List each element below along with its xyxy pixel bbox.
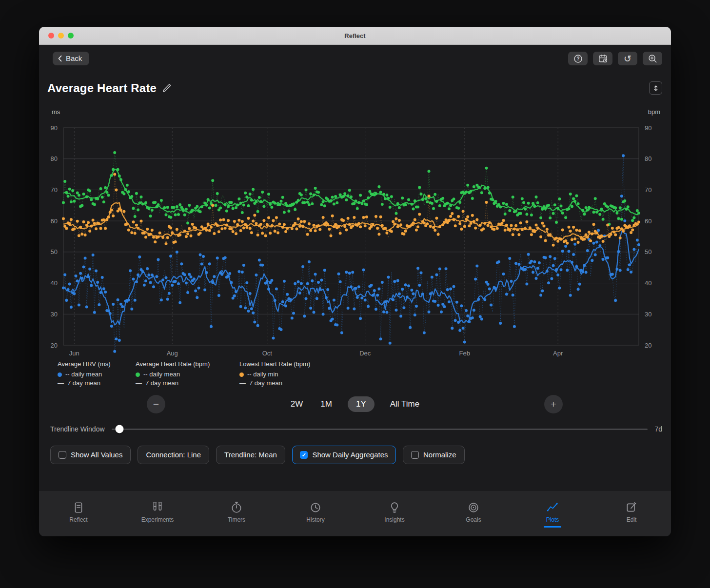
toggle-label: Connection: Line [146,451,201,459]
svg-text:70: 70 [645,186,651,194]
line-swatch-icon: — [239,379,246,388]
trendline-mean-button[interactable]: Trendline: Mean [216,446,285,464]
calendar-clock-icon [598,54,608,64]
zoom-in-button[interactable]: + [544,395,563,413]
edit-title-icon[interactable] [162,84,171,93]
svg-text:60: 60 [645,217,651,225]
traffic-lights [48,27,74,44]
legend-group-hrv: Average HRV (ms) -- daily mean —7 day me… [58,360,136,388]
lightbulb-icon [388,501,401,514]
axis-unit-labels: ms bpm [52,108,660,116]
toggle-label: Trendline: Mean [224,451,277,459]
legend-group-avg-hr: Average Heart Rate (bpm) -- daily mean —… [136,360,239,388]
back-button[interactable]: Back [53,52,89,65]
svg-text:50: 50 [51,248,58,255]
time-range-controls: − 2W 1M 1Y All Time + [39,395,671,413]
show-all-values-toggle[interactable]: Show All Values [50,446,131,464]
tab-goals[interactable]: Goals [434,491,513,536]
window-title: Reflect [344,32,365,39]
tab-label: History [306,516,324,523]
toggle-label: Show All Values [71,451,122,459]
slider-knob[interactable] [116,425,124,433]
target-icon [467,501,480,514]
line-chart-icon [546,501,559,514]
svg-text:30: 30 [51,311,58,318]
tab-edit[interactable]: Edit [592,491,671,536]
help-button[interactable]: ? [568,52,588,65]
tab-label: Goals [466,516,481,523]
close-button[interactable] [48,33,54,39]
trendline-window-value: 7d [654,425,662,433]
undo-icon: ↺ [624,54,631,63]
zoom-out-button[interactable]: − [147,395,165,413]
chart-legend: Average HRV (ms) -- daily mean —7 day me… [39,360,671,388]
lowest-hr-dot-icon [239,372,244,377]
page-title: Average Heart Rate [47,81,157,95]
plot-option-toggles: Show All Values Connection: Line Trendli… [50,446,671,464]
tab-insights[interactable]: Insights [355,491,434,536]
svg-text:40: 40 [51,279,58,287]
window-titlebar[interactable]: Reflect [39,27,671,45]
legend-title: Average Heart Rate (bpm) [136,360,239,368]
svg-text:30: 30 [645,311,651,318]
svg-text:90: 90 [51,124,58,132]
svg-text:?: ? [576,56,579,61]
app-window: Reflect Back ? ↺ Average Heart Rate ms [39,27,671,536]
toggle-label: Normalize [423,451,456,459]
trendline-slider[interactable] [112,429,648,430]
legend-weekly-label: 7 day mean [145,379,178,388]
tab-timers[interactable]: Timers [197,491,276,536]
svg-text:40: 40 [645,279,651,287]
legend-weekly-label: 7 day mean [249,379,282,388]
legend-daily-label: -- daily mean [65,370,102,379]
tab-reflect[interactable]: Reflect [39,491,118,536]
avg-hr-dot-icon [136,372,140,377]
checkbox-icon [411,451,419,459]
help-icon: ? [573,54,583,64]
tab-label: Plots [546,516,559,523]
range-all-time-button[interactable]: All Time [388,396,421,412]
toolbar-icons: ? ↺ [568,52,662,65]
top-toolbar: Back ? ↺ [53,52,662,65]
connection-line-button[interactable]: Connection: Line [138,446,209,464]
fullscreen-button[interactable] [68,33,74,39]
magnifier-plus-icon [648,54,658,64]
svg-text:Apr: Apr [553,350,563,357]
svg-text:20: 20 [645,342,651,349]
legend-daily-label: -- daily min [247,370,278,379]
active-tab-underline [544,526,561,528]
range-1m-button[interactable]: 1M [318,396,334,412]
tab-plots[interactable]: Plots [513,491,592,536]
range-1y-button[interactable]: 1Y [348,396,375,412]
minimize-button[interactable] [58,33,64,39]
show-daily-aggregates-toggle[interactable]: Show Daily Aggregates [292,446,396,464]
stopwatch-icon [230,501,243,514]
checkbox-icon [59,451,66,459]
trendline-window-row: Trendline Window 7d [50,425,662,433]
svg-text:Feb: Feb [459,350,470,357]
svg-text:Aug: Aug [167,350,178,357]
toggle-label: Show Daily Aggregates [312,451,388,459]
range-2w-button[interactable]: 2W [289,396,305,412]
svg-text:90: 90 [645,124,651,132]
clock-history-icon [309,501,322,514]
magnify-button[interactable] [643,52,662,65]
legend-title: Average HRV (ms) [58,360,136,368]
calendar-button[interactable] [593,52,612,65]
back-label: Back [66,54,82,63]
bottom-tab-bar: Reflect Experiments Timers History Insig… [39,491,671,536]
legend-daily-label: -- daily mean [143,370,180,379]
hrv-dot-icon [58,372,62,377]
chart-canvas: 20203030404050506060707080809090JunAugOc… [44,118,663,359]
trendline-window-label: Trendline Window [50,425,105,433]
journal-icon [72,501,85,514]
legend-title: Lowest Heart Rate (bpm) [239,360,310,368]
tab-label: Timers [228,516,245,523]
line-swatch-icon: — [58,379,64,388]
tab-history[interactable]: History [276,491,355,536]
tab-experiments[interactable]: Experiments [118,491,197,536]
undo-button[interactable]: ↺ [618,52,637,65]
normalize-toggle[interactable]: Normalize [403,446,465,464]
expand-chart-button[interactable] [649,81,662,95]
tab-label: Edit [627,516,637,523]
